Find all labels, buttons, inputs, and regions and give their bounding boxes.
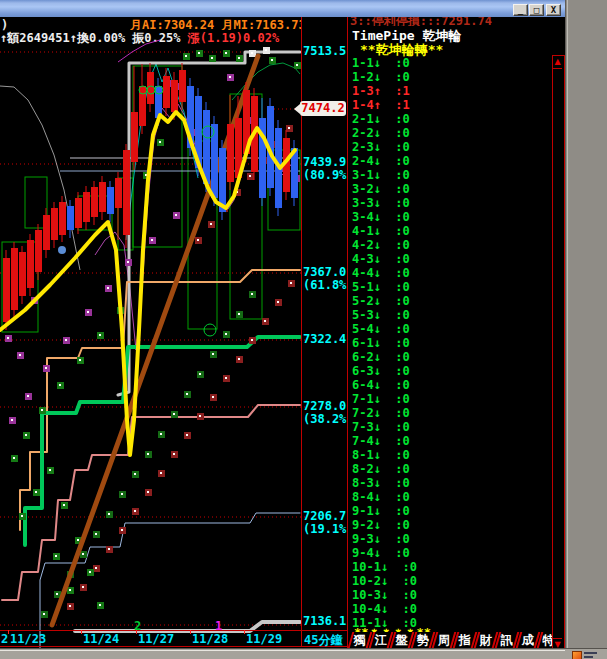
minimize-button[interactable]: _ (513, 4, 528, 16)
taskbar-app-icon[interactable] (572, 651, 582, 659)
signal-row[interactable]: 7-3↓ :0 (352, 420, 550, 434)
clipped-date-label: 2 (1, 632, 8, 646)
signal-row[interactable]: 8-2↓ :0 (352, 462, 550, 476)
signal-row[interactable]: 3-3↓ :0 (352, 196, 550, 210)
x-axis-line-top (0, 630, 347, 631)
window-bottom-edge (0, 648, 607, 659)
signal-row[interactable]: 2-1↓ :0 (352, 112, 550, 126)
signal-row[interactable]: 2-4↓ :0 (352, 154, 550, 168)
signal-row[interactable]: 1-4↑ :1 (352, 98, 550, 112)
signal-row[interactable]: 8-3↓ :0 (352, 476, 550, 490)
date-label: 11/29 (246, 632, 282, 646)
timepipe-panel: 3::停利停損:::7291.74 TimePipe 乾坤輪 **乾坤輪轉** … (347, 17, 553, 648)
date-label: 11/23 (10, 632, 46, 646)
clipped-stop-profit-text: 3::停利停損:::7291.74 (350, 17, 550, 26)
current-price-bubble: 7474.2 (300, 101, 346, 116)
taskbar-text-fragment (584, 656, 593, 658)
signal-row[interactable]: 5-4↓ :0 (352, 322, 550, 336)
price-level-label: 7322.4 (303, 333, 346, 346)
window-titlebar[interactable]: _ □ X (0, 0, 565, 17)
signal-row[interactable]: 5-1↓ :0 (352, 280, 550, 294)
app-content-area: ) 月AI:7304.24 月MI:7163.73 ↑額2649451↑換0.0… (0, 17, 565, 649)
price-level-label: 7206.7 (19.1%) (303, 510, 348, 536)
signal-row[interactable]: 4-2↓ :0 (352, 238, 550, 252)
date-label: 11/28 (192, 632, 228, 646)
date-tick (190, 630, 191, 634)
signal-row[interactable]: 10-1↓ :0 (352, 560, 550, 574)
signal-row[interactable]: 8-1↓ :0 (352, 448, 550, 462)
signal-row[interactable]: 6-3↓ :0 (352, 364, 550, 378)
date-label: 11/24 (83, 632, 119, 646)
signal-row[interactable]: 10-4↓ :0 (352, 602, 550, 616)
date-tick (136, 630, 137, 634)
signal-row[interactable]: 6-1↓ :0 (352, 336, 550, 350)
signal-row[interactable]: 9-2↓ :0 (352, 518, 550, 532)
signal-row[interactable]: 9-1↓ :0 (352, 504, 550, 518)
signal-row[interactable]: 6-2↓ :0 (352, 350, 550, 364)
signal-row[interactable]: 10-3↓ :0 (352, 588, 550, 602)
price-level-label: 7513.5 (303, 45, 346, 58)
signal-row[interactable]: 4-3↓ :0 (352, 252, 550, 266)
signal-row[interactable]: 2-2↓ :0 (352, 126, 550, 140)
signal-list: 1-1↓ :01-2↓ :01-3↑ :11-4↑ :12-1↓ :02-2↓ … (352, 56, 550, 630)
clipped-yellow-text: **＊＊＊＊** (354, 625, 474, 632)
price-level-label: 7367.0 (61.8%) (303, 266, 348, 292)
bottom-tab-bar: 獨江盤勢周指財訊成特解 (348, 632, 553, 648)
signal-row[interactable]: 1-2↓ :0 (352, 70, 550, 84)
signal-row[interactable]: 10-2↓ :0 (352, 574, 550, 588)
timeframe-label[interactable]: 45分鐘 (304, 632, 342, 648)
close-button[interactable]: X (546, 4, 561, 16)
signal-row[interactable]: 3-1↓ :0 (352, 168, 550, 182)
date-tick (244, 630, 245, 634)
price-level-label: 7278.0 (38.2%) (303, 400, 348, 426)
chart-panel[interactable]: ) 月AI:7304.24 月MI:7163.73 ↑額2649451↑換0.0… (0, 17, 348, 648)
signal-row[interactable]: 3-2↓ :0 (352, 182, 550, 196)
signal-row[interactable]: 1-1↓ :0 (352, 56, 550, 70)
signal-row[interactable]: 1-3↑ :1 (352, 84, 550, 98)
x-axis-line-bottom (0, 646, 347, 647)
date-label: 11/27 (138, 632, 174, 646)
taskbar-text-fragment (584, 652, 597, 654)
panel-scrollbar[interactable]: ▲ ▼ (552, 55, 565, 652)
signal-row[interactable]: 7-1↓ :0 (352, 392, 550, 406)
signal-row[interactable]: 4-1↓ :0 (352, 224, 550, 238)
signal-row[interactable]: 7-4↓ :0 (352, 434, 550, 448)
price-level-label: 7136.1 (303, 615, 346, 628)
signal-row[interactable]: 4-4↓ :0 (352, 266, 550, 280)
signal-row[interactable]: 3-4↓ :0 (352, 210, 550, 224)
signal-row[interactable]: 6-4↓ :0 (352, 378, 550, 392)
signal-row[interactable]: 5-2↓ :0 (352, 294, 550, 308)
signal-row[interactable]: 5-3↓ :0 (352, 308, 550, 322)
signal-row[interactable]: 7-2↓ :0 (352, 406, 550, 420)
signal-row[interactable]: 2-3↓ :0 (352, 140, 550, 154)
price-level-label: 7439.9 (80.9%) (303, 156, 348, 182)
date-tick (8, 630, 9, 634)
date-tick (81, 630, 82, 634)
signal-row[interactable]: 9-3↓ :0 (352, 532, 550, 546)
scroll-up-icon[interactable]: ▲ (553, 56, 562, 69)
desktop-background (565, 0, 607, 659)
signal-row[interactable]: 8-4↓ :0 (352, 490, 550, 504)
signal-row[interactable]: 9-4↓ :0 (352, 546, 550, 560)
maximize-button[interactable]: □ (529, 4, 544, 16)
